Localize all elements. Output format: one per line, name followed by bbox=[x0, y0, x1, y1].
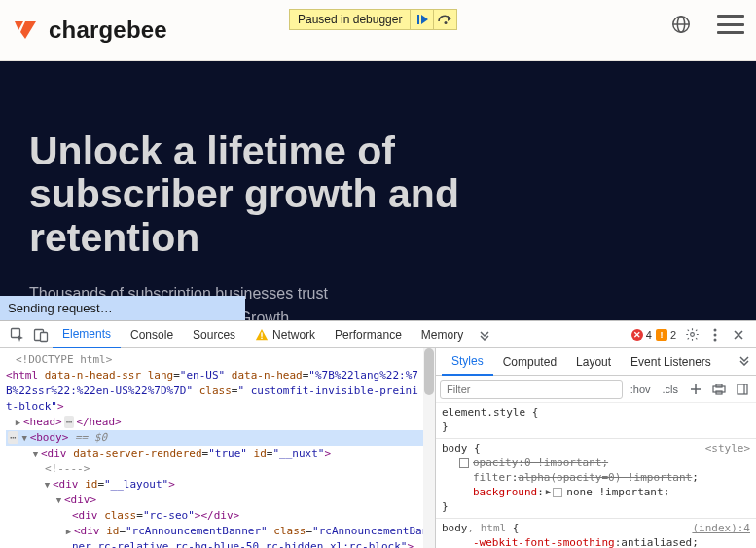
brand-name: chargebee bbox=[49, 17, 167, 44]
styles-tab-bar: Styles Computed Layout Event Listeners bbox=[436, 348, 756, 376]
hero-section: Unlock a lifetime of subscriber growth a… bbox=[0, 61, 756, 320]
hov-toggle[interactable]: :hov bbox=[627, 384, 655, 395]
settings-button[interactable] bbox=[680, 323, 703, 347]
rule-body-html[interactable]: body, html {(index):4 -webkit-font-smoot… bbox=[442, 521, 750, 548]
tab-network-label: Network bbox=[272, 328, 315, 342]
hero-title: Unlock a lifetime of subscriber growth a… bbox=[29, 129, 535, 259]
styles-panel: Styles Computed Layout Event Listeners :… bbox=[436, 348, 756, 548]
dom-node-html-cont[interactable]: B%22ssr%22:%22en-US%22%7D%7D" class=" cu… bbox=[6, 384, 435, 399]
svg-marker-3 bbox=[421, 15, 428, 24]
styles-filter-input[interactable] bbox=[440, 380, 623, 399]
dom-node-layout[interactable]: <div id="__layout"> bbox=[6, 477, 435, 493]
tab-computed[interactable]: Computed bbox=[493, 348, 566, 376]
stylesheet-source-link[interactable]: <style> bbox=[705, 441, 750, 456]
tab-memory[interactable]: Memory bbox=[412, 321, 473, 348]
svg-rect-14 bbox=[261, 337, 262, 338]
tab-styles[interactable]: Styles bbox=[442, 348, 493, 376]
svg-point-15 bbox=[690, 333, 694, 337]
warning-count-badge[interactable]: !2 bbox=[656, 329, 676, 341]
svg-point-17 bbox=[714, 333, 717, 336]
expand-shorthand-icon[interactable]: ▶ bbox=[546, 485, 551, 499]
error-icon: ✕ bbox=[631, 329, 643, 341]
dom-node-rcseo[interactable]: <div class="rc-seo"></div> bbox=[6, 508, 435, 524]
tab-performance[interactable]: Performance bbox=[325, 321, 412, 348]
error-count: 4 bbox=[646, 329, 652, 341]
dom-node-announcement-cont[interactable]: ner rc-relative rc-bg-blue-50 rc-hidden … bbox=[6, 539, 435, 548]
header-controls bbox=[670, 14, 744, 35]
close-devtools-button[interactable] bbox=[727, 323, 750, 347]
ellipsis-icon[interactable]: ⋯ bbox=[8, 431, 18, 444]
ellipsis-icon[interactable]: ⋯ bbox=[64, 416, 75, 428]
debugger-paused-label: Paused in debugger bbox=[290, 9, 410, 30]
dom-comment[interactable]: <!----> bbox=[6, 461, 435, 477]
dom-node-head[interactable]: <head>⋯</head> bbox=[6, 415, 435, 430]
svg-rect-2 bbox=[417, 15, 419, 24]
brand-mark-icon bbox=[12, 17, 39, 44]
property-toggle-checkbox[interactable] bbox=[459, 458, 469, 468]
more-styles-tabs-button[interactable] bbox=[738, 354, 750, 369]
styles-filter-row: :hov .cls bbox=[436, 376, 756, 403]
tab-sources[interactable]: Sources bbox=[183, 321, 245, 348]
warning-icon: ! bbox=[656, 329, 667, 341]
dom-scrollbar[interactable] bbox=[423, 348, 435, 548]
svg-rect-22 bbox=[738, 384, 747, 394]
svg-point-16 bbox=[714, 328, 717, 331]
dom-node-body-selected[interactable]: ⋯<body> == $0 bbox=[6, 430, 435, 446]
svg-marker-4 bbox=[448, 16, 451, 21]
svg-point-5 bbox=[444, 21, 447, 24]
language-switcher-icon[interactable] bbox=[670, 14, 692, 35]
device-toolbar-button[interactable] bbox=[29, 323, 53, 347]
stylesheet-source-link[interactable]: (index):4 bbox=[692, 521, 750, 535]
svg-rect-13 bbox=[261, 332, 262, 336]
dom-node-announcement[interactable]: <div id="rcAnnouncementBanner" class="rc… bbox=[6, 524, 435, 539]
dom-node-div[interactable]: <div> bbox=[6, 493, 435, 508]
debugger-paused-badge: Paused in debugger bbox=[289, 9, 457, 30]
dom-node-html[interactable]: <html data-n-head-ssr lang="en-US" data-… bbox=[6, 368, 435, 384]
warning-icon bbox=[255, 328, 269, 342]
brand-logo[interactable]: chargebee bbox=[12, 17, 167, 44]
dom-node-nuxt[interactable]: <div data-server-rendered="true" id="__n… bbox=[6, 446, 435, 461]
svg-point-18 bbox=[714, 338, 717, 341]
devtools-panel: Elements Console Sources Network Perform… bbox=[0, 320, 756, 548]
devtools-body: <!DOCTYPE html> <html data-n-head-ssr la… bbox=[0, 348, 756, 548]
styles-rules[interactable]: element.style { } body {<style> opacity:… bbox=[436, 403, 756, 548]
tab-console[interactable]: Console bbox=[121, 321, 183, 348]
inspect-element-button[interactable] bbox=[6, 323, 29, 347]
error-count-badge[interactable]: ✕4 bbox=[631, 329, 652, 341]
status-toast: Sending request… bbox=[0, 296, 245, 320]
new-style-rule-button[interactable] bbox=[686, 380, 705, 399]
tab-layout[interactable]: Layout bbox=[566, 348, 621, 376]
rule-body-style[interactable]: body {<style> opacity: 0 !important; fil… bbox=[442, 441, 750, 514]
dom-node-html-cont2[interactable]: t-block"> bbox=[6, 399, 435, 415]
devtools-menu-button[interactable] bbox=[703, 323, 727, 347]
cls-toggle[interactable]: .cls bbox=[659, 384, 683, 395]
toggle-print-media-button[interactable] bbox=[709, 380, 729, 399]
tab-event-listeners[interactable]: Event Listeners bbox=[621, 348, 721, 376]
rule-element-style[interactable]: element.style { } bbox=[442, 405, 750, 434]
warning-count: 2 bbox=[670, 329, 676, 341]
debugger-step-over-button[interactable] bbox=[433, 10, 456, 29]
site-header: chargebee Paused in debugger bbox=[0, 0, 756, 61]
tab-elements[interactable]: Elements bbox=[53, 321, 121, 348]
toggle-computed-sidebar-button[interactable] bbox=[733, 380, 752, 399]
dom-scrollbar-thumb[interactable] bbox=[424, 348, 434, 395]
dom-doctype: <!DOCTYPE html> bbox=[16, 353, 112, 366]
console-counters[interactable]: ✕4 !2 bbox=[631, 329, 676, 341]
more-tabs-button[interactable] bbox=[473, 323, 496, 347]
devtools-tab-bar: Elements Console Sources Network Perform… bbox=[0, 321, 756, 348]
svg-marker-1 bbox=[20, 21, 36, 39]
dom-panel[interactable]: <!DOCTYPE html> <html data-n-head-ssr la… bbox=[0, 348, 436, 548]
svg-rect-11 bbox=[41, 332, 48, 341]
color-swatch[interactable] bbox=[553, 488, 562, 497]
debugger-resume-button[interactable] bbox=[410, 10, 433, 29]
tab-network[interactable]: Network bbox=[245, 321, 325, 348]
menu-button[interactable] bbox=[717, 15, 744, 34]
